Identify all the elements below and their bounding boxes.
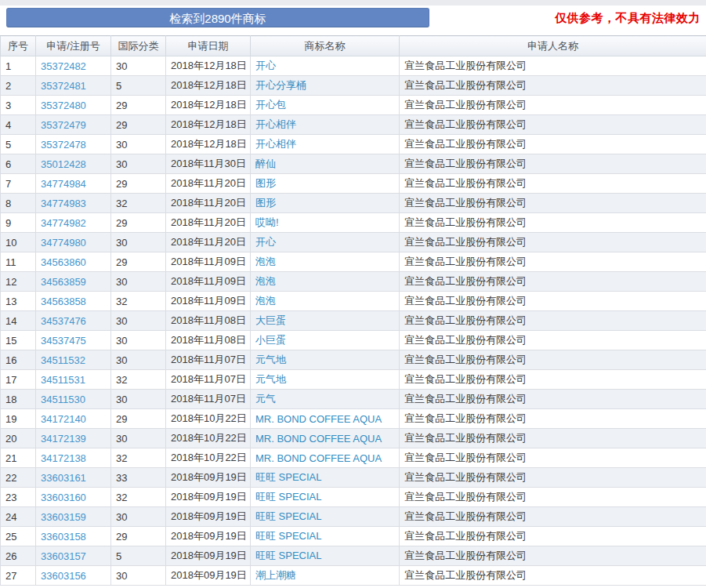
reg-number-link[interactable]: 34774980	[41, 237, 86, 249]
reg-number-link[interactable]: 34537476	[41, 315, 86, 327]
reg-number-link[interactable]: 34563860	[41, 256, 86, 268]
reg_no-cell: 33603161	[36, 468, 111, 488]
reg-number-link[interactable]: 34774982	[41, 217, 86, 229]
reg-number-link[interactable]: 34172139	[41, 433, 86, 445]
table-row: 1434537476302018年11月08日大巨蛋宜兰食品工业股份有限公司	[1, 311, 706, 331]
trademark-name-link[interactable]: 旺旺 SPECIAL	[255, 510, 322, 522]
date-cell: 2018年11月30日	[166, 154, 251, 174]
reg-number-link[interactable]: 34563858	[41, 296, 86, 307]
reg-number-link[interactable]: 34511531	[41, 374, 85, 386]
reg-number-link[interactable]: 34774983	[41, 198, 86, 209]
date-cell: 2018年11月07日	[166, 370, 251, 390]
trademark-name-link[interactable]: 小巨蛋	[255, 334, 286, 346]
trademark-name-link[interactable]: MR. BOND COFFEE AQUA	[255, 413, 382, 425]
trademark-name-link[interactable]: 泡泡	[255, 275, 276, 287]
reg-number-link[interactable]: 34172138	[41, 452, 86, 464]
reg-number-link[interactable]: 35372481	[41, 80, 86, 92]
intl-class-cell: 29	[111, 174, 166, 194]
name-cell: MR. BOND COFFEE AQUA	[251, 409, 400, 429]
trademark-name-link[interactable]: MR. BOND COFFEE AQUA	[255, 433, 382, 445]
trademark-name-link[interactable]: 旺旺 SPECIAL	[255, 471, 322, 483]
trademark-name-link[interactable]: 泡泡	[255, 295, 276, 307]
trademark-name-link[interactable]: 元气地	[255, 373, 286, 385]
reg_no-cell: 34774983	[36, 194, 111, 213]
reg-number-link[interactable]: 35012428	[41, 158, 86, 170]
trademark-name-link[interactable]: 元气地	[255, 354, 286, 365]
reg-number-link[interactable]: 35372479	[41, 119, 86, 131]
name-cell: 大巨蛋	[251, 311, 400, 331]
date-cell: 2018年11月07日	[166, 350, 251, 370]
reg_no-cell: 35372480	[36, 96, 111, 115]
date-cell: 2018年12月18日	[166, 76, 251, 96]
trademark-name-link[interactable]: 开心	[255, 236, 276, 248]
date-cell: 2018年09月19日	[166, 507, 251, 527]
trademark-name-link[interactable]: 开心相伴	[255, 138, 296, 150]
reg-number-link[interactable]: 35372480	[41, 100, 86, 111]
intl-class-cell: 30	[111, 350, 166, 370]
serial-cell: 5	[1, 135, 36, 154]
table-header-row: 序号申请/注册号国际分类申请日期商标名称申请人名称	[1, 36, 706, 56]
applicant-cell: 宜兰食品工业股份有限公司	[400, 350, 706, 370]
serial-cell: 20	[1, 429, 36, 448]
trademark-search-results-page: 检索到2890件商标 仅供参考，不具有法律效力 序号申请/注册号国际分类申请日期…	[0, 0, 706, 588]
reg_no-cell: 33603157	[36, 546, 111, 566]
reg-number-link[interactable]: 33603160	[41, 492, 86, 503]
trademark-name-link[interactable]: 图形	[255, 177, 276, 189]
trademark-name-link[interactable]: 大巨蛋	[255, 314, 286, 326]
results-table: 序号申请/注册号国际分类申请日期商标名称申请人名称 13537248230201…	[0, 35, 706, 586]
serial-cell: 12	[1, 272, 36, 292]
serial-cell: 8	[1, 194, 36, 213]
trademark-name-link[interactable]: 醉仙	[255, 158, 276, 169]
applicant-cell: 宜兰食品工业股份有限公司	[400, 194, 706, 213]
reg-number-link[interactable]: 34537475	[41, 335, 86, 347]
table-row: 2233603161332018年09月19日旺旺 SPECIAL宜兰食品工业股…	[1, 468, 706, 488]
name-cell: 小巨蛋	[251, 331, 400, 350]
results-count-banner: 检索到2890件商标	[6, 8, 429, 27]
trademark-name-link[interactable]: 开心	[255, 60, 276, 71]
reg-number-link[interactable]: 35372482	[41, 60, 86, 72]
table-row: 2034172139302018年10月22日MR. BOND COFFEE A…	[1, 429, 706, 448]
serial-cell: 3	[1, 96, 36, 115]
trademark-name-link[interactable]: 泡泡	[255, 256, 276, 267]
trademark-name-link[interactable]: 旺旺 SPECIAL	[255, 530, 322, 542]
serial-cell: 27	[1, 566, 36, 586]
trademark-name-link[interactable]: 潮上潮糖	[255, 569, 296, 581]
intl-class-cell: 30	[111, 566, 166, 586]
trademark-name-link[interactable]: 元气	[255, 393, 276, 405]
reg-number-link[interactable]: 34511532	[41, 354, 85, 366]
trademark-name-link[interactable]: 开心相伴	[255, 118, 296, 130]
date-cell: 2018年09月19日	[166, 566, 251, 586]
reg-number-link[interactable]: 34563859	[41, 276, 86, 288]
reg-number-link[interactable]: 34172140	[41, 413, 86, 425]
reg-number-link[interactable]: 35372478	[41, 139, 86, 151]
trademark-name-link[interactable]: 哎呦!	[255, 216, 279, 228]
reg-number-link[interactable]: 33603157	[41, 550, 86, 562]
intl-class-cell: 30	[111, 233, 166, 252]
name-cell: 醉仙	[251, 154, 400, 174]
reg-number-link[interactable]: 33603158	[41, 531, 86, 543]
date-cell: 2018年10月22日	[166, 429, 251, 448]
table-row: 535372478302018年12月18日开心相伴宜兰食品工业股份有限公司	[1, 135, 706, 154]
table-row: 435372479292018年12月18日开心相伴宜兰食品工业股份有限公司	[1, 115, 706, 135]
trademark-name-link[interactable]: 开心分享桶	[255, 79, 306, 91]
reg-number-link[interactable]: 34774984	[41, 178, 86, 190]
reg-number-link[interactable]: 33603161	[41, 472, 86, 484]
name-cell: 泡泡	[251, 292, 400, 311]
trademark-name-link[interactable]: 开心包	[255, 99, 286, 111]
date-cell: 2018年11月08日	[166, 311, 251, 331]
trademark-name-link[interactable]: 旺旺 SPECIAL	[255, 550, 322, 561]
reg-number-link[interactable]: 34511530	[41, 394, 85, 405]
trademark-name-link[interactable]: MR. BOND COFFEE AQUA	[255, 452, 382, 464]
name-cell: 元气地	[251, 370, 400, 390]
date-cell: 2018年12月18日	[166, 56, 251, 76]
intl-class-cell: 32	[111, 370, 166, 390]
reg-number-link[interactable]: 33603159	[41, 511, 86, 523]
applicant-cell: 宜兰食品工业股份有限公司	[400, 213, 706, 233]
trademark-name-link[interactable]: 图形	[255, 197, 276, 209]
applicant-cell: 宜兰食品工业股份有限公司	[400, 331, 706, 350]
date-cell: 2018年09月19日	[166, 546, 251, 566]
date-cell: 2018年11月09日	[166, 252, 251, 272]
reg-number-link[interactable]: 33603156	[41, 570, 86, 582]
intl-class-cell: 30	[111, 390, 166, 409]
trademark-name-link[interactable]: 旺旺 SPECIAL	[255, 491, 322, 503]
